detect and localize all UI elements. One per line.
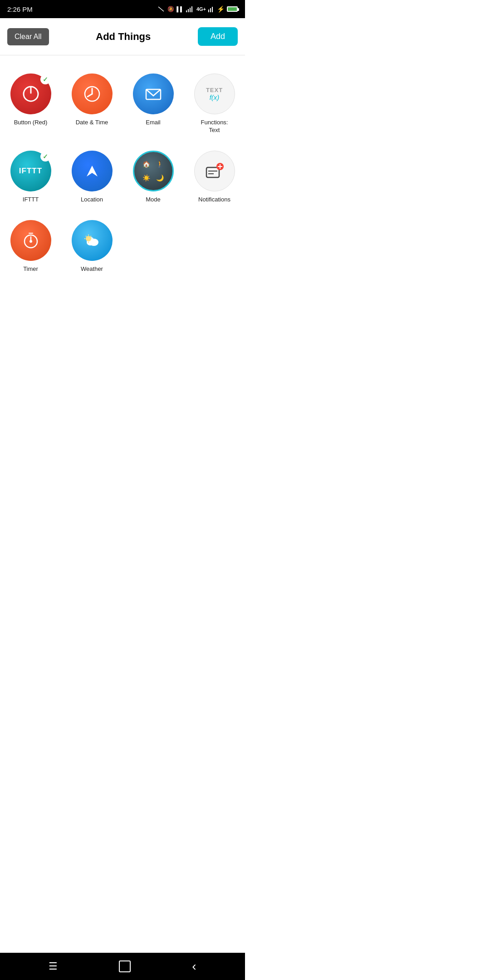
date-time-icon-wrap [72, 74, 113, 114]
header: Clear All Add Things Add [0, 18, 245, 55]
item-notifications[interactable]: Notifications [184, 142, 245, 211]
item-functions-text[interactable]: TEXT f(x) Functions:Text [184, 64, 245, 142]
ifttt-checkmark: ✓ [40, 152, 50, 162]
item-button-red[interactable]: ✓ Button (Red) [0, 64, 61, 142]
ifttt-label: IFTTT [23, 196, 39, 204]
svg-line-14 [88, 94, 92, 97]
mode-grid: 🏠 🚶 ☀️ 🌙 [141, 158, 166, 184]
email-icon-wrap [133, 74, 174, 114]
date-time-label: Date & Time [76, 119, 108, 127]
functions-icon-wrap: TEXT f(x) [194, 74, 235, 114]
notifications-icon [203, 159, 226, 183]
location-label: Location [81, 196, 103, 204]
status-icons: 🔕 ▌▌ 4G+ ⚡ [158, 5, 238, 13]
svg-rect-9 [212, 7, 213, 12]
ifttt-icon-label: IFTTT [19, 167, 42, 176]
clear-all-button[interactable]: Clear All [7, 28, 49, 45]
item-mode[interactable]: 🏠 🚶 ☀️ 🌙 Mode [122, 142, 184, 211]
svg-point-30 [86, 236, 91, 241]
functions-fx-label: f(x) [210, 93, 220, 101]
svg-line-35 [90, 236, 91, 236]
svg-line-34 [86, 236, 86, 236]
header-divider [0, 55, 245, 55]
button-red-checkmark: ✓ [40, 74, 50, 84]
weather-icon-wrap [72, 220, 113, 261]
functions-text-label: Functions:Text [201, 119, 228, 134]
mode-icon-wrap: 🏠 🚶 ☀️ 🌙 [133, 151, 174, 191]
svg-line-1 [158, 7, 164, 11]
timer-icon-wrap [10, 220, 51, 261]
timer-label: Timer [23, 265, 38, 273]
svg-rect-3 [186, 10, 187, 12]
item-timer[interactable]: Timer [0, 211, 61, 280]
svg-rect-2 [158, 6, 165, 6]
button-red-icon-wrap: ✓ [10, 74, 51, 114]
add-button[interactable]: Add [198, 27, 238, 46]
email-label: Email [146, 119, 161, 127]
item-date-time[interactable]: Date & Time [61, 64, 122, 142]
mode-walk: 🚶 [154, 158, 166, 170]
mode-home: 🏠 [141, 158, 152, 170]
location-icon-wrap [72, 151, 113, 191]
svg-rect-5 [190, 8, 191, 12]
page-title: Add Things [96, 31, 151, 43]
button-red-label: Button (Red) [14, 119, 48, 127]
functions-text-icon-label: TEXT [206, 87, 223, 93]
notifications-icon-wrap [194, 151, 235, 191]
item-ifttt[interactable]: IFTTT ✓ IFTTT [0, 142, 61, 211]
weather-label: Weather [81, 265, 103, 273]
status-bar: 2:26 PM 🔕 ▌▌ 4G+ ⚡ [0, 0, 245, 18]
items-grid: ✓ Button (Red) Date & Time Email TEXT [0, 60, 245, 285]
mode-label: Mode [146, 196, 161, 204]
item-email[interactable]: Email [122, 64, 184, 142]
notifications-label: Notifications [198, 196, 230, 204]
item-weather[interactable]: Weather [61, 211, 122, 280]
svg-marker-16 [87, 166, 98, 176]
svg-rect-8 [210, 8, 211, 12]
mode-moon: 🌙 [154, 172, 166, 184]
status-time: 2:26 PM [7, 5, 33, 13]
mode-sun: ☀️ [141, 172, 152, 184]
item-location[interactable]: Location [61, 142, 122, 211]
svg-rect-17 [206, 167, 219, 177]
ifttt-icon-wrap: IFTTT ✓ [10, 151, 51, 191]
svg-rect-4 [188, 9, 189, 12]
svg-rect-7 [208, 10, 209, 12]
svg-rect-6 [191, 6, 192, 12]
